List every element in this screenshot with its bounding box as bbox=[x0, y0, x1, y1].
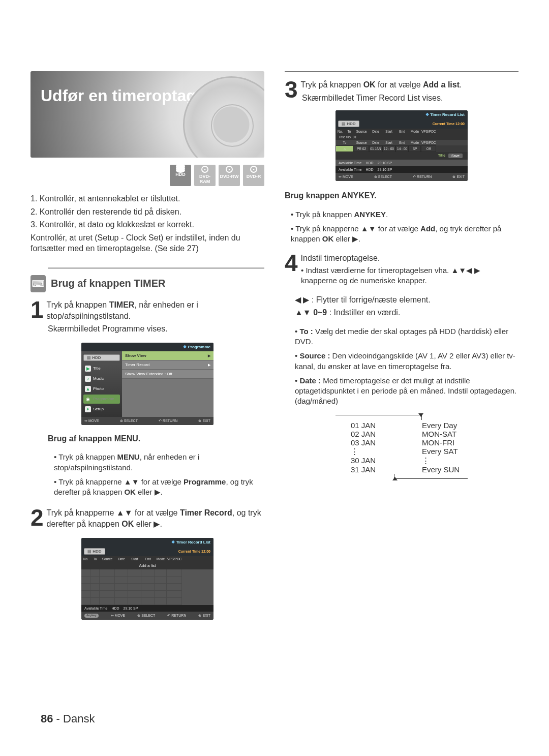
page-footer: 86 - Dansk bbox=[41, 712, 95, 725]
screen-programme: Programme HDD ▶Title ♪Music ▲Photo ◉Prog… bbox=[81, 343, 214, 425]
intro-text: 1. Kontrollér, at antennekablet er tilsl… bbox=[30, 193, 264, 254]
section-title: Brug af knappen TIMER bbox=[51, 278, 166, 289]
screen2-nav: Anykey ⇔ MOVE ⊛ SELECT ↶ RETURN ⊗ EXIT bbox=[81, 612, 214, 620]
step-4-to: To : Vælg det medie der skal optages på … bbox=[295, 326, 518, 347]
step-number-3: 3 bbox=[285, 79, 298, 100]
step-number-4: 4 bbox=[285, 253, 298, 274]
screen3-title: Timer Record List bbox=[336, 110, 468, 119]
section-head: ⌨ Brug af knappen TIMER bbox=[30, 275, 264, 292]
media-badges: HDD DVD-RAM DVD-RW DVD-R bbox=[30, 165, 264, 186]
step-4-c2: ▲▼ 0~9 : Indstiller en værdi. bbox=[295, 307, 518, 318]
anykey-b2: Tryk på knapperne ▲▼ for at vælge Add, o… bbox=[291, 224, 518, 245]
step-1: 1 Tryk på knappen TIMER, når enheden er … bbox=[30, 299, 264, 335]
step-3: 3 Tryk på knappen OK for at vælge Add a … bbox=[285, 79, 518, 103]
screen2-add: Add a list bbox=[81, 562, 214, 569]
step-4-a: Indstil timeroptagelse. bbox=[285, 253, 518, 264]
screen3-nav: ⇔ MOVE ⊛ SELECT ↶ RETURN ⊗ EXIT bbox=[336, 173, 468, 181]
step-4: 4 Indstil timeroptagelse. Indtast værdie… bbox=[285, 253, 518, 407]
badge-dvdr: DVD-R bbox=[243, 165, 264, 186]
hero-banner: Udfør en timeroptagelse bbox=[30, 71, 264, 158]
step-4-date: Date : Med timeroptagelse er det muligt … bbox=[295, 376, 518, 407]
menu-group: Brug af knappen MENU. Tryk på knappen ME… bbox=[30, 433, 264, 498]
step-2-text: Tryk på knapperne ▲▼ for at vælge Timer … bbox=[30, 507, 264, 529]
screen-timer-list-edit: Timer Record List HDD Current Time 12:00… bbox=[336, 110, 468, 181]
badge-dvdrw: DVD-RW bbox=[219, 165, 240, 186]
step-1-text-a: Tryk på knappen TIMER, når enheden er i … bbox=[30, 299, 264, 321]
step-4-source: Source : Den videoindgangskilde (AV 1, A… bbox=[295, 351, 518, 372]
remote-icon: ⌨ bbox=[30, 275, 46, 292]
menu-b2: Tryk på knapperne ▲▼ for at vælge Progra… bbox=[54, 477, 264, 498]
step-number-2: 2 bbox=[30, 507, 44, 528]
section-divider bbox=[48, 267, 264, 269]
screen3-save-button: Save bbox=[448, 154, 463, 158]
step-4-c1: ◀ ▶ : Flytter til forrige/næste element. bbox=[295, 294, 518, 306]
screen1-nav: ⇔ MOVE ⊛ SELECT ↶ RETURN ⊗ EXIT bbox=[81, 417, 214, 425]
step-4-b: Indtast værdierne for timeroptagelsen vh… bbox=[301, 265, 518, 286]
screen-timer-list-empty: Timer Record List HDD Current Time 12:00… bbox=[81, 538, 214, 620]
menu-head: Brug af knappen MENU. bbox=[48, 433, 264, 444]
right-column: 3 Tryk på knappen OK for at vælge Add a … bbox=[285, 71, 518, 628]
badge-dvdram: DVD-RAM bbox=[194, 165, 216, 186]
date-diagram: 01 JANEvery Day 02 JANMON-SAT 03 JANMON-… bbox=[325, 415, 478, 479]
anykey-group: Brug knappen ANYKEY. Tryk på knappen ANY… bbox=[285, 190, 518, 244]
screen1-hdd: HDD bbox=[83, 354, 120, 361]
step-2: 2 Tryk på knapperne ▲▼ for at vælge Time… bbox=[30, 507, 264, 529]
left-column: Udfør en timeroptagelse HDD DVD-RAM DVD-… bbox=[30, 71, 264, 628]
step-1-text-b: Skærmbilledet Programme vises. bbox=[48, 323, 264, 335]
screen1-main: Show View Timer Record Show View Extende… bbox=[122, 351, 214, 417]
badge-hdd: HDD bbox=[170, 165, 191, 186]
menu-b1: Tryk på knappen MENU, når enheden er i s… bbox=[54, 452, 264, 473]
screen1-title: Programme bbox=[81, 343, 214, 351]
step-3-text-b: Skærmbilledet Timer Record List vises. bbox=[302, 93, 518, 104]
step-3-text-a: Tryk på knappen OK for at vælge Add a li… bbox=[285, 79, 518, 90]
anykey-head: Brug knappen ANYKEY. bbox=[285, 190, 518, 201]
screen2-title: Timer Record List bbox=[81, 538, 214, 547]
anykey-b1: Tryk på knappen ANYKEY. bbox=[291, 209, 518, 220]
screen1-sidebar: HDD ▶Title ♪Music ▲Photo ◉Programme ✦Set… bbox=[81, 351, 122, 417]
step-number-1: 1 bbox=[30, 299, 44, 320]
